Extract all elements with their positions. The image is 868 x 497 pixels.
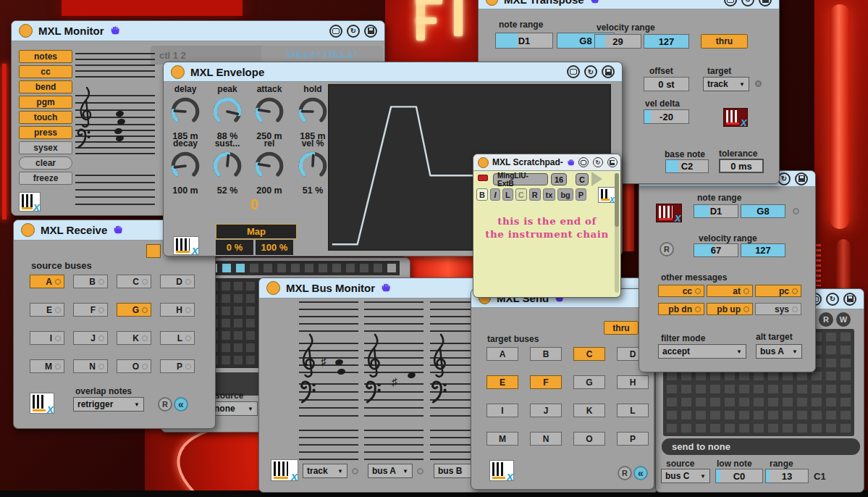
grid-cell[interactable]: [710, 398, 720, 406]
grid-cell[interactable]: [667, 411, 677, 419]
receive-bus-A[interactable]: A: [30, 275, 64, 288]
grid-cell[interactable]: [222, 294, 230, 303]
message-toggle-sys[interactable]: sys: [755, 303, 801, 315]
source-dropdown[interactable]: none▼: [210, 401, 258, 416]
sync-button[interactable]: ↻: [593, 157, 603, 167]
step-cell[interactable]: [319, 264, 327, 272]
map-button[interactable]: Map: [216, 224, 297, 239]
send-bus-H[interactable]: H: [617, 375, 649, 389]
sync-button[interactable]: ↻: [347, 25, 360, 38]
note-low-field[interactable]: D1: [694, 204, 738, 218]
format-button-R[interactable]: R: [529, 188, 541, 201]
step-cell[interactable]: [277, 264, 286, 272]
send-bus-P[interactable]: P: [617, 432, 649, 446]
sync-button[interactable]: ↻: [826, 293, 839, 306]
grid-cell[interactable]: [812, 424, 822, 433]
grid-cell[interactable]: [826, 372, 836, 380]
grid-cell[interactable]: [739, 372, 749, 380]
grid-cell[interactable]: [840, 333, 851, 341]
format-button-L[interactable]: L: [502, 188, 513, 201]
overlap-dropdown[interactable]: retrigger▼: [73, 397, 144, 412]
device-lamp[interactable]: [478, 157, 489, 168]
step-cell[interactable]: [291, 264, 300, 272]
reset-button[interactable]: R: [158, 397, 172, 412]
send-bus-M[interactable]: M: [486, 432, 518, 446]
grid-cell[interactable]: [754, 424, 764, 433]
knob-sust[interactable]: sust...52 %: [207, 138, 248, 196]
grid-cell[interactable]: [246, 306, 255, 315]
format-button-I[interactable]: I: [490, 188, 500, 201]
receive-bus-L[interactable]: L: [160, 331, 195, 345]
grid-cell[interactable]: [246, 282, 255, 291]
offset-field[interactable]: 0 st: [644, 77, 689, 91]
grid-cell[interactable]: [812, 398, 822, 406]
vel-delta-field[interactable]: -20: [644, 109, 689, 124]
thru-button[interactable]: thru: [604, 321, 639, 335]
grid-cell[interactable]: [725, 411, 735, 419]
grid-cell[interactable]: [768, 385, 778, 393]
grid-cell[interactable]: [681, 424, 691, 433]
grid-cell[interactable]: [754, 398, 764, 406]
grid-cell[interactable]: [826, 359, 836, 367]
grid-cell[interactable]: [725, 385, 735, 393]
step-cell[interactable]: [387, 264, 396, 272]
save-button[interactable]: [795, 172, 808, 185]
save-button[interactable]: [759, 0, 772, 7]
titlebar[interactable]: MXL Monitor ↻: [12, 21, 384, 41]
grid-cell[interactable]: [754, 385, 764, 393]
map-mode-button[interactable]: [567, 65, 580, 78]
grid-cell[interactable]: [739, 398, 749, 406]
grid-cell[interactable]: [710, 411, 720, 419]
titlebar[interactable]: MXL Envelope ↻: [164, 62, 622, 82]
write-button[interactable]: W: [836, 312, 851, 327]
grid-cell[interactable]: [234, 306, 243, 315]
message-toggle-pb-up[interactable]: pb up: [707, 303, 753, 315]
knob-decay[interactable]: decay100 m: [165, 138, 206, 196]
grid-cell[interactable]: [222, 331, 230, 340]
map-mode-button[interactable]: [578, 157, 589, 167]
step-cell[interactable]: [236, 264, 245, 272]
grid-cell[interactable]: [840, 424, 851, 433]
map-mode-button[interactable]: [724, 0, 737, 7]
step-cell[interactable]: [250, 264, 258, 272]
sync-button[interactable]: ↻: [741, 0, 754, 7]
grid-cell[interactable]: [797, 372, 807, 380]
save-button[interactable]: [364, 25, 377, 38]
grid-cell[interactable]: [840, 346, 851, 354]
grid-cell[interactable]: [696, 398, 706, 406]
step-cell[interactable]: [305, 264, 313, 272]
knob-hold[interactable]: hold185 m: [292, 84, 333, 141]
receive-bus-P[interactable]: P: [160, 359, 195, 373]
grid-cell[interactable]: [246, 343, 255, 352]
base-note-field[interactable]: C2: [665, 159, 709, 173]
grid-cell[interactable]: [739, 385, 749, 393]
receive-bus-D[interactable]: D: [160, 275, 195, 288]
receive-bus-O[interactable]: O: [117, 359, 151, 373]
send-bus-J[interactable]: J: [530, 404, 562, 417]
grid-cell[interactable]: [783, 372, 793, 380]
grid-cell[interactable]: [667, 372, 677, 380]
format-button-bg[interactable]: bg: [557, 188, 573, 201]
grid-cell[interactable]: [222, 319, 230, 327]
step-cell[interactable]: [360, 264, 368, 272]
send-bus-A[interactable]: A: [486, 347, 518, 361]
color-button[interactable]: C: [576, 173, 589, 185]
grid-cell[interactable]: [681, 372, 691, 380]
monitor-button-sysex[interactable]: sysex: [19, 141, 72, 154]
grid-cell[interactable]: [222, 356, 230, 364]
message-toggle-cc[interactable]: cc: [658, 285, 704, 297]
grid-cell[interactable]: [222, 282, 230, 291]
velocity-low-field[interactable]: 29: [594, 34, 641, 49]
grid-cell[interactable]: [783, 411, 793, 419]
velocity-high-field[interactable]: 127: [741, 243, 785, 257]
device-lamp[interactable]: [21, 223, 35, 237]
receive-bus-B[interactable]: B: [73, 275, 108, 288]
grid-cell[interactable]: [725, 424, 735, 433]
monitor-source-2-dropdown[interactable]: bus A▼: [368, 464, 413, 478]
save-button[interactable]: [602, 65, 615, 78]
grid-cell[interactable]: [222, 306, 230, 315]
grid-cell[interactable]: [797, 411, 807, 419]
velocity-high-field[interactable]: 127: [644, 34, 689, 49]
send-bus-L[interactable]: L: [617, 404, 649, 417]
grid-cell[interactable]: [667, 385, 677, 393]
